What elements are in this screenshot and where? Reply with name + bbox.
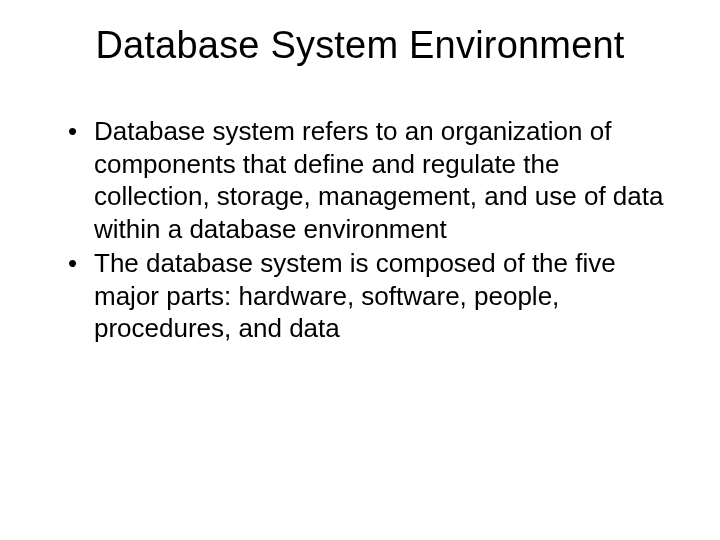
bullet-list: Database system refers to an organizatio… (48, 115, 672, 345)
bullet-item: Database system refers to an organizatio… (76, 115, 672, 245)
slide-title: Database System Environment (48, 24, 672, 67)
bullet-item: The database system is composed of the f… (76, 247, 672, 345)
